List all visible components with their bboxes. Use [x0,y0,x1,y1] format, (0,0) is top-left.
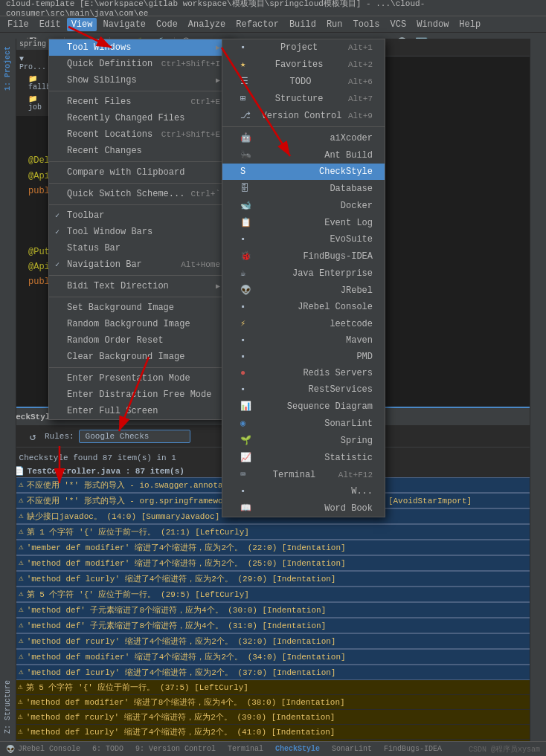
submenu-spring[interactable]: 🌱 Spring [222,432,385,449]
submenu-pmd[interactable]: ▪ PMD [222,349,385,365]
submenu-structure[interactable]: ⊞ Structure Alt+7 [222,90,385,107]
menu-fullscreen[interactable]: Enter Full Screen [49,403,232,419]
submenu-sonarlint[interactable]: ◉ SonarLint [222,415,385,432]
sonar-icon: ◉ [240,418,245,429]
menu-toolbar[interactable]: Toolbar [49,207,232,224]
submenu-event-log[interactable]: 📋 Event Log [222,214,385,231]
menu-quick-switch[interactable]: Quick Switch Scheme... Ctrl+` [49,186,232,202]
rules-value[interactable]: Google Checks [79,430,190,443]
submenu-vcs[interactable]: ⎇ Version Control Alt+9 [222,107,385,124]
submenu-statistic[interactable]: 📈 Statistic [222,449,385,466]
status-jrebel[interactable]: 👽 JRebel Console [6,745,80,754]
menu-refactor[interactable]: Refactor [231,18,283,31]
tree-item-pro[interactable]: ▼ Pro... [16,54,53,73]
status-sonarlint[interactable]: SonarLint [332,745,372,753]
cs-warning-4[interactable]: ⚠ 'member def modifier' 缩进了4个缩进符，应为2个。 (… [0,540,546,555]
submenu-rest[interactable]: ▪ RestServices [222,381,385,398]
submenu-aixcoder[interactable]: 🤖 aiXcoder [222,129,385,146]
menu-random-order[interactable]: Random Order Reset [49,332,232,349]
menu-random-bg[interactable]: Random Background Image [49,316,232,332]
submenu-evosuite[interactable]: ▪ EvoSuite [222,231,385,248]
submenu-checkstyle-label: CheckStyle [319,167,373,177]
menu-view[interactable]: View [67,18,97,31]
cs-warning-3[interactable]: ⚠ 第 1 个字符 '{' 应位于前一行。 (21:1) [LeftCurly] [0,524,546,540]
submenu-jrebel[interactable]: 👽 JRebel [222,282,385,299]
cs-warning-5[interactable]: ⚠ 'method def modifier' 缩进了4个缩进符，应为2个。 (… [0,555,546,571]
submenu-java-enterprise[interactable]: ☕ Java Enterprise [222,265,385,282]
menu-run[interactable]: Run [322,18,347,31]
menu-code[interactable]: Code [152,18,182,31]
cs-warning-11[interactable]: ⚠ 'method def modifier' 缩进了4个缩进符，应为2个。 (… [0,649,546,665]
cs-warning-15[interactable]: ⚠ 'method def rcurly' 缩进了4个缩进符，应为2个。 (39… [0,710,546,725]
vtab-project[interactable]: 1: Project [2,42,13,95]
menu-window[interactable]: Window [412,18,453,31]
tree-item-fallback[interactable]: 📁 fallback [16,73,53,93]
java-ent-icon: ☕ [240,268,245,279]
submenu-leetcode[interactable]: ⚡ leetcode [222,315,385,332]
submenu-jrebel-label: JRebel [341,285,373,296]
submenu-todo-label: TODO [290,77,312,87]
menu-distraction-free[interactable]: Enter Distraction Free Mode [49,387,232,403]
menu-edit[interactable]: Edit [35,18,65,31]
menu-quick-definition[interactable]: Quick Definition Ctrl+Shift+I [49,56,232,72]
cs-warning-13[interactable]: ⚠ 第 5 个字符 '{' 应位于前一行。 (37:5) [LeftCurly] [0,680,546,695]
tree-item-job[interactable]: 📁 job [16,93,53,113]
submenu-redis[interactable]: ● Redis Servers [222,365,385,381]
submenu-ant[interactable]: 🐜 Ant Build [222,146,385,164]
menu-status-bar[interactable]: Status Bar [49,240,232,256]
menu-recently-changed[interactable]: Recently Changed Files [49,110,232,126]
cs-warning-8[interactable]: ⚠ 'method def' 子元素缩进了8个缩进符，应为4个。 (30:0) … [0,602,546,618]
submenu-jrebel-console[interactable]: ▪ JRebel Console [222,299,385,315]
menu-set-bg-label: Set Background Image [67,303,174,313]
cs-refresh-btn[interactable]: ↺ [25,429,40,444]
status-vcs[interactable]: 9: Version Control [135,745,216,753]
status-checkstyle[interactable]: CheckStyle [275,745,320,753]
status-todo[interactable]: 6: TODO [92,745,123,753]
menu-status-bar-label: Status Bar [67,243,121,253]
cs-warning-16[interactable]: ⚠ 'method def lcurly' 缩进了4个缩进符，应为2个。 (41… [0,725,546,740]
menu-analyze[interactable]: Analyze [184,18,230,31]
menu-presentation[interactable]: Enter Presentation Mode [49,370,232,387]
submenu-leetcode-label: leetcode [330,319,373,329]
submenu-w[interactable]: ▪ W... [222,483,385,500]
menu-set-bg[interactable]: Set Background Image [49,300,232,316]
menu-clear-bg[interactable]: Clear Background Image [49,349,232,365]
cs-warning-12[interactable]: ⚠ 'method def lcurly' 缩进了4个缩进符，应为2个。 (37… [0,665,546,680]
vtab-structure[interactable]: Z: Structure [2,676,13,738]
menu-navigate[interactable]: Navigate [98,18,150,31]
status-terminal[interactable]: Terminal [228,745,263,753]
menu-build[interactable]: Build [285,18,321,31]
submenu-favorites[interactable]: ★ Favorites Alt+2 [222,56,385,73]
menu-help[interactable]: Help [455,18,485,31]
cs-warning-10[interactable]: ⚠ 'method def rcurly' 缩进了4个缩进符，应为2个。 (32… [0,633,546,649]
menu-nav-bar[interactable]: Navigation Bar Alt+Home [49,256,232,273]
submenu-database[interactable]: 🗄 Database [222,180,385,197]
submenu-seq-diagram[interactable]: 📊 Sequence Diagram [222,398,385,415]
menu-compare-clipboard[interactable]: Compare with Clipboard [49,164,232,181]
menu-file[interactable]: File [3,18,33,31]
menu-recent-changes[interactable]: Recent Changes [49,143,232,159]
menu-show-siblings[interactable]: Show Siblings ▶ [49,72,232,88]
menu-recently-changed-label: Recently Changed Files [67,113,184,123]
submenu-checkstyle[interactable]: S CheckStyle [222,164,385,180]
cs-warning-14[interactable]: ⚠ 'method def modifier' 缩进了8个缩进符，应为4个。 (… [0,695,546,710]
submenu-todo[interactable]: ☰ TODO Alt+6 [222,73,385,90]
cs-warning-9[interactable]: ⚠ 'method def' 子元素缩进了8个缩进符，应为4个。 (31:0) … [0,618,546,633]
submenu-project[interactable]: ▪ Project Alt+1 [222,39,385,56]
status-findbugs[interactable]: FindBugs-IDEA [384,745,442,753]
submenu-wordbook[interactable]: 📖 Word Book [222,500,385,517]
submenu-maven[interactable]: ▪ Maven [222,332,385,349]
menu-tool-windows[interactable]: Tool Windows ▶ [49,39,232,56]
submenu-terminal[interactable]: ⌨ Terminal Alt+F12 [222,466,385,483]
menu-tools[interactable]: Tools [349,18,385,31]
cs-warning-6[interactable]: ⚠ 'method def lcurly' 缩进了4个缩进符，应为2个。 (29… [0,571,546,587]
menu-vcs[interactable]: VCS [386,18,411,31]
menu-recent-files[interactable]: Recent Files Ctrl+E [49,94,232,110]
submenu-findbugs[interactable]: 🐞 FindBugs-IDEA [222,248,385,265]
menu-recent-locations[interactable]: Recent Locations Ctrl+Shift+E [49,126,232,143]
cs-warning-7[interactable]: ⚠ 第 5 个字符 '{' 应位于前一行。 (29:5) [LeftCurly] [0,587,546,602]
menu-bidi[interactable]: Bidi Text Direction ▶ [49,278,232,294]
submenu-docker[interactable]: 🐋 Docker [222,197,385,214]
shortcut-quick-def: Ctrl+Shift+I [161,59,220,68]
menu-tool-window-bars[interactable]: Tool Window Bars [49,224,232,240]
